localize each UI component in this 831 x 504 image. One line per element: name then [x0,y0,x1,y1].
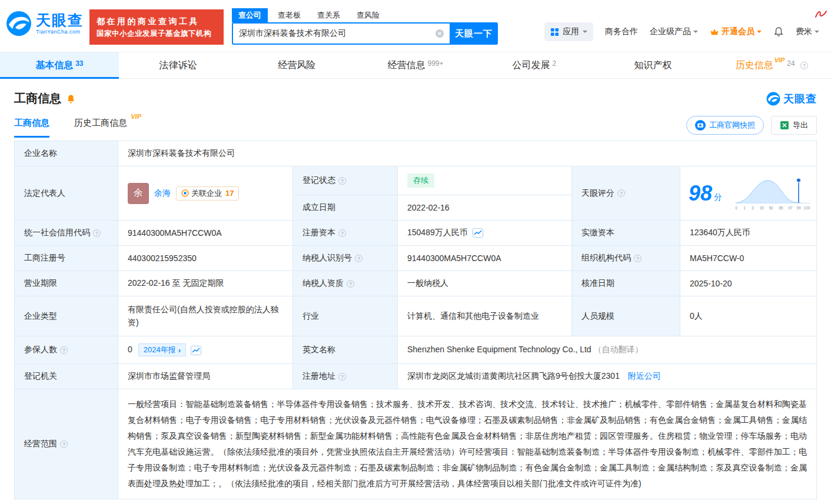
table-row: 经营范围 一般经营项目：智能基础制造装备销售；半导体器件专用设备销售；技术服务、… [15,389,817,499]
table-row: 营业期限 2022-02-16 至 无固定期限 纳税人资质 一般纳税人 核准日期… [15,271,817,296]
help-icon[interactable] [347,280,354,288]
nav-enterprise-products[interactable]: 企业级产品 [650,26,698,37]
help-icon[interactable] [634,255,641,262]
legal-rep-cell: 余 余海 关联企业 17 [118,166,293,221]
tianyancha-watermark: 天眼查 [766,92,817,106]
promo-banner: 都在用的商业查询工具 国家中小企业发展子基金旗下机构 [89,9,224,45]
notification-bell-icon[interactable] [773,26,784,37]
tab-operating-risk[interactable]: 经营风险 [237,52,356,78]
annual-report-link[interactable]: 2024年报 [138,343,186,356]
reg-address-value: 深圳市龙岗区龙城街道黄阁坑社区腾飞路9号创投大厦2301 [407,371,620,380]
tab-intellectual-property[interactable]: 知识产权 [594,52,713,78]
legal-rep-label: 法定代表人 [15,166,118,221]
section-title: 工商信息 [14,91,61,106]
taxpayer-quality-label: 纳税人资质 [293,271,398,296]
vip-badge: VIP [131,113,141,120]
related-companies-badge[interactable]: 关联企业 17 [176,186,239,201]
help-icon[interactable] [338,177,346,185]
search-input[interactable] [233,24,450,44]
tab-operating-info[interactable]: 经营信息 999+ [356,52,475,78]
tab-company-development[interactable]: 公司发展 2 [475,52,594,78]
business-term-value: 2022-02-16 至 无固定期限 [118,271,293,296]
crown-icon [710,28,719,36]
tab-count: 999+ [428,59,444,68]
table-row: 企业名称 深圳市深科装备技术有限公司 [15,141,817,166]
company-name-label: 企业名称 [15,141,118,166]
help-icon[interactable] [617,189,625,197]
trend-chart-icon[interactable] [473,228,483,238]
nav-vip-label: 开通会员 [722,26,754,37]
tab-label: 历史信息 [736,59,773,72]
search-button[interactable]: 天眼一下 [450,22,498,45]
excel-export-icon [780,121,789,130]
legal-rep-avatar[interactable]: 余 [128,183,149,204]
trend-chart-icon[interactable] [191,346,201,355]
export-label: 导出 [793,120,808,131]
chevron-down-icon [757,31,762,35]
nav-business-cooperation[interactable]: 商务合作 [605,26,638,37]
tab-label: 法律诉讼 [159,59,197,72]
tab-history-info[interactable]: 历史信息 VIP 24 [712,52,831,78]
official-snapshot-button[interactable]: 工商官网快照 [686,116,764,135]
table-row: 法定代表人 余 余海 关联企业 17 登记状态 存续 天眼评分 [15,166,817,195]
table-row: 企业类型 有限责任公司(自然人投资或控股的法人独资) 行业 计算机、通信和其他电… [15,296,817,336]
score-distribution-chart: 0 1 3 15 50 85 97 99 100 [734,175,812,212]
svg-text:85: 85 [779,206,783,210]
section-actions: 工商官网快照 导出 [686,116,817,135]
search-tabs: 查公司 查老板 查关系 查风险 [232,8,498,22]
snapshot-label: 工商官网快照 [709,120,755,131]
svg-text:99: 99 [796,206,801,210]
search-tab-company[interactable]: 查公司 [232,8,268,22]
establish-date-label: 成立日期 [293,195,398,221]
tianyancha-logo[interactable]: 天眼查 TianYanCha.com [6,11,84,36]
tab-count: 33 [75,59,83,68]
status-badge: 存续 [407,173,434,188]
search-tab-boss[interactable]: 查老板 [271,8,307,22]
insured-cell: 02024年报 [118,336,293,364]
table-row: 统一社会信用代码 91440300MA5H7CCW0A 注册资本 150489万… [15,221,817,246]
tab-legal-litigation[interactable]: 法律诉讼 [119,52,238,78]
help-icon[interactable] [355,255,363,262]
help-icon[interactable] [800,62,808,69]
apps-label: 应用 [563,26,579,37]
english-name-cell: Shenzhen Shenke Equipment Technology Co.… [398,336,817,364]
search-tab-risk[interactable]: 查风险 [350,8,386,22]
section-header: 工商信息 天眼查 [0,79,831,110]
reg-authority-label: 登记机关 [15,364,118,389]
help-icon[interactable] [338,373,346,380]
taxpayer-id-value: 91440300MA5H7CCW0A [398,246,572,271]
monitor-bell-icon[interactable] [66,94,76,104]
table-row: 工商注册号 440300215952350 纳税人识别号 91440300MA5… [15,246,817,271]
subtabs: 工商信息 历史工商信息 VIP [14,118,127,138]
taxpayer-id-label: 纳税人识别号 [293,246,398,271]
apps-menu[interactable]: 应用 [544,22,593,41]
clear-search-icon[interactable] [435,29,444,38]
help-icon[interactable] [60,346,68,354]
related-company-count: 17 [225,189,234,198]
subtab-history-business-info[interactable]: 历史工商信息 VIP [74,118,127,138]
help-icon[interactable] [338,229,346,237]
credit-code-label: 统一社会信用代码 [15,221,118,246]
org-code-label: 组织机构代码 [572,246,680,271]
tianyancha-logo-icon [6,11,32,36]
approval-date-label: 核准日期 [572,271,680,296]
nav-user-label: 费米 [796,26,812,37]
tab-count: 2 [552,59,556,68]
english-name-value: Shenzhen Shenke Equipment Technology Co.… [407,345,591,354]
nav-open-vip[interactable]: 开通会员 [710,26,762,37]
svg-text:97: 97 [788,206,793,210]
legal-rep-link[interactable]: 余海 [154,188,171,199]
promo-line2: 国家中小企业发展子基金旗下机构 [97,28,217,39]
subtab-business-info[interactable]: 工商信息 [14,118,49,138]
approval-date-value: 2025-10-20 [680,271,817,296]
tab-basic-info[interactable]: 基本信息 33 [0,52,119,78]
nearby-companies-link[interactable]: 附近公司 [628,371,661,380]
reg-capital-label: 注册资本 [293,221,398,246]
help-icon[interactable] [93,229,101,237]
nav-user-menu[interactable]: 费米 [796,26,819,37]
help-icon[interactable] [60,440,68,448]
search-tab-relation[interactable]: 查关系 [311,8,347,22]
insured-label: 参保人数 [15,336,118,364]
export-button[interactable]: 导出 [771,116,817,135]
top-nav: 应用 商务合作 企业级产品 开通会员 费米 [544,22,819,41]
